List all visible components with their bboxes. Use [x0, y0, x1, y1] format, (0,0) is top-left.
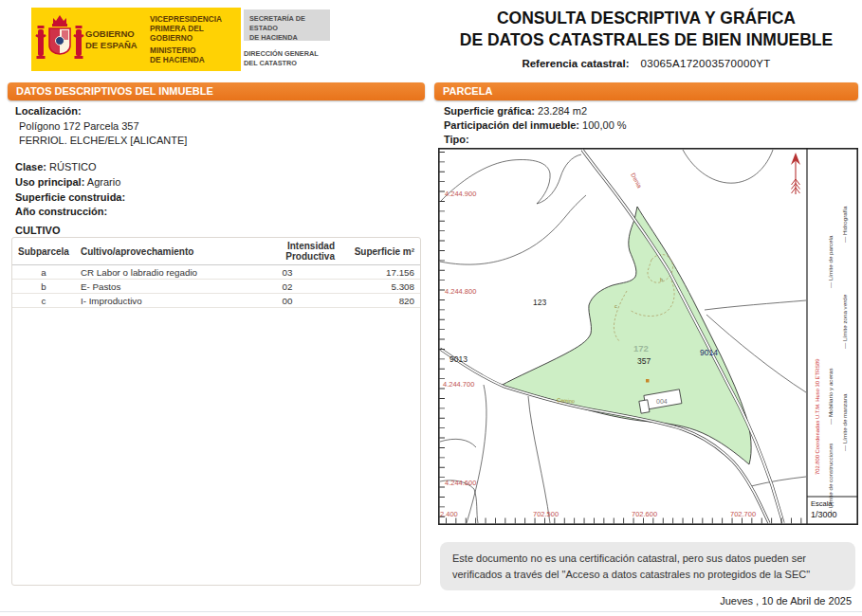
y-coord-label: 4.244.900	[445, 190, 476, 198]
table-row: c I- Improductivo 00 820	[12, 294, 420, 308]
cell-subparcela: a	[12, 265, 75, 280]
uso-principal-label: Uso principal:	[15, 176, 84, 188]
col-header-cultivo: Cultivo/aprovechamiento	[75, 238, 234, 265]
y-coord-label: 4.244.800	[445, 287, 476, 296]
cell-superficie: 820	[340, 294, 420, 308]
tipo-label: Tipo:	[444, 134, 469, 145]
document-title: CONSULTA DESCRIPTIVA Y GRÁFICA DE DATOS …	[434, 8, 858, 69]
localizacion-label: Localización:	[15, 105, 82, 117]
x-coord-label: 702.700	[730, 510, 756, 518]
document-date: Jueves , 10 de Abril de 2025	[434, 595, 852, 607]
col-header-superficie: Superficie m²	[340, 238, 420, 265]
participacion-value: 100,00 %	[582, 119, 626, 131]
uso-principal-value: Agrario	[87, 176, 120, 188]
polygon-number-label: 172	[633, 343, 649, 353]
localizacion-line1: Polígono 172 Parcela 357	[19, 120, 139, 132]
cell-superficie: 5.308	[340, 280, 420, 294]
referencia-catastral: Referencia catastral:03065A172003570000Y…	[434, 58, 858, 69]
table-row: a CR Labor o labradio regadio 03 17.156	[12, 265, 420, 280]
secretaria-line2: DE HACIENDA	[249, 33, 298, 42]
map-svg: 123 172 357 9014 9013 004 Denia Camino c…	[438, 148, 858, 525]
col-header-subparcela: Subparcela	[12, 238, 75, 265]
page: GOBIERNO DE ESPAÑA VICEPRESIDENCIA PRIME…	[0, 0, 862, 616]
escala-label: Escala:	[811, 499, 834, 508]
vicepresidencia-line1: VICEPRESIDENCIA	[150, 14, 222, 24]
y-coord-label: 4.244.600	[445, 479, 476, 487]
superficie-construida-label: Superficie construida:	[15, 191, 125, 203]
subparcel-c-label: b	[660, 277, 663, 282]
localizacion-line2: FERRIOL. ELCHE/ELX [ALICANTE]	[19, 135, 187, 146]
legend-item: — Límite zona verde	[841, 294, 848, 349]
y-coord-label: 4.244.700	[443, 380, 474, 389]
gobierno-text-line2: DE ESPAÑA	[85, 40, 144, 51]
vicepresidencia-line2: PRIMERA DEL GOBIERNO	[150, 24, 204, 43]
x-coord-label: 702.600	[632, 510, 657, 518]
subparcel-b-label: c	[614, 303, 617, 309]
referencia-value: 03065A172003570000YT	[641, 58, 771, 69]
cell-cultivo: E- Pastos	[75, 280, 234, 294]
bottom-divider	[0, 611, 862, 612]
cadastral-map: 123 172 357 9014 9013 004 Denia Camino c…	[438, 148, 858, 525]
superficie-grafica-value: 23.284 m2	[538, 105, 587, 117]
direccion-line2: DEL CATASTRO	[244, 59, 297, 67]
cell-intensidad: 00	[234, 294, 340, 308]
cell-cultivo: I- Improductivo	[75, 294, 234, 308]
gobierno-logo: GOBIERNO DE ESPAÑA VICEPRESIDENCIA PRIME…	[31, 8, 241, 71]
clase-label: Clase:	[15, 161, 46, 172]
neighbor-parcel-label: 123	[533, 298, 546, 307]
legend-item: — Límite de parcela	[827, 235, 834, 288]
cell-subparcela: b	[12, 280, 75, 294]
x-coord-label: 702.500	[533, 510, 559, 518]
superficie-grafica-label: Superficie gráfica:	[444, 105, 535, 117]
cultivo-table-header-row: Subparcela Cultivo/aprovechamiento Inten…	[12, 238, 420, 265]
cell-superficie: 17.156	[340, 265, 420, 280]
cell-intensidad: 02	[234, 280, 340, 294]
cell-cultivo: CR Labor o labradio regadio	[75, 265, 234, 280]
section-header-datos-descriptivos: DATOS DESCRIPTIVOS DEL INMUEBLE	[8, 82, 425, 100]
ministerio-line1: MINISTERIO	[150, 45, 195, 55]
legend-item: — Hidrografía	[841, 206, 848, 243]
cultivo-table-box: Subparcela Cultivo/aprovechamiento Inten…	[11, 237, 421, 586]
title-line1: CONSULTA DESCRIPTIVA Y GRÁFICA	[434, 8, 858, 29]
col-header-intensidad: Intensidad Productiva	[234, 238, 340, 265]
cultivo-title: CULTIVO	[15, 225, 60, 236]
point-marker	[646, 379, 650, 383]
referencia-label: Referencia catastral:	[522, 58, 629, 69]
disclaimer-box: Este documento no es una certificación c…	[440, 542, 855, 590]
legend-item: — Límite de manzana	[841, 393, 848, 451]
road-right-label: 9014	[700, 348, 718, 357]
legend-coords-note: 702.800 Coordenadas U.T.M. Huso 30 ETRS8…	[815, 359, 820, 475]
participacion-label: Participación del inmueble:	[444, 119, 579, 131]
legend-item: — Mobiliario y aceras	[827, 369, 834, 426]
cultivo-table: Subparcela Cultivo/aprovechamiento Inten…	[12, 238, 420, 308]
spain-coat-of-arms-icon	[34, 10, 85, 69]
escala-value: 1/3000	[811, 510, 837, 519]
cell-intensidad: 03	[234, 265, 340, 280]
direccion-line1: DIRECCIÓN GENERAL	[244, 49, 319, 58]
building-label: 004	[656, 398, 668, 405]
title-line2: DE DATOS CATASTRALES DE BIEN INMUEBLE	[434, 29, 858, 51]
ano-construccion-label: Año construcción:	[15, 206, 107, 217]
secretaria-box: SECRETARÍA DE ESTADO DE HACIENDA	[244, 9, 330, 41]
cell-subparcela: c	[12, 294, 75, 308]
section-header-parcela: PARCELA	[434, 82, 858, 100]
table-row: b E- Pastos 02 5.308	[12, 280, 420, 294]
ministerio-line2: DE HACIENDA	[150, 55, 205, 64]
direccion-catastro: DIRECCIÓN GENERAL DEL CATASTRO	[244, 49, 319, 68]
secretaria-line1: SECRETARÍA DE ESTADO	[249, 14, 305, 32]
parcel-number-label: 357	[637, 356, 651, 366]
road-left-label: 9013	[449, 354, 468, 364]
gobierno-text-line1: GOBIERNO	[85, 28, 144, 40]
clase-value: RÚSTICO	[49, 161, 97, 172]
